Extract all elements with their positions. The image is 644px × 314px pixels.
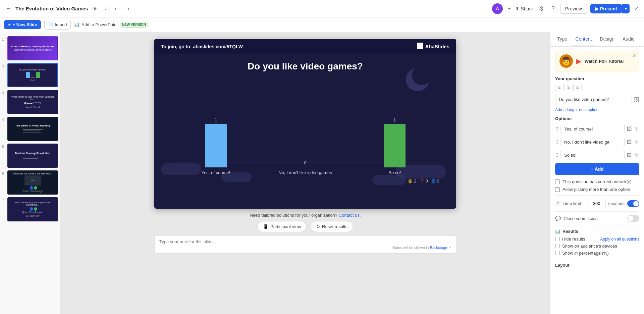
present-button[interactable]: ▶ Present [590, 4, 622, 13]
slide-item[interactable]: 7 Which technology has significantly tra… [0, 196, 60, 223]
slide-item[interactable]: 1 Pixel to Reality: Gaming Evolution Dis… [0, 35, 60, 62]
tutorial-text[interactable]: Watch Poll Tutorial [585, 59, 624, 64]
thumb-line [23, 129, 43, 130]
add-member-button[interactable]: + [506, 5, 512, 12]
time-input[interactable] [588, 199, 606, 208]
avatar: A [492, 3, 503, 14]
expand-button[interactable]: ⤢ [633, 4, 640, 13]
help-button[interactable]: ? [549, 4, 557, 13]
option-input-2[interactable] [560, 137, 625, 147]
question-input[interactable] [555, 94, 632, 105]
show-audience-checkbox[interactable] [555, 244, 559, 248]
slide-header: To join, go to: ahaslides.com/5TQLW 🅰 Ah… [154, 39, 456, 54]
redo-button[interactable]: ↪ [123, 5, 131, 13]
eye-icon[interactable]: 👁 [91, 5, 99, 13]
ahaslides-logo: 🅰 AhaSlides [417, 43, 449, 50]
delete-option-button[interactable]: 🗑 [634, 126, 639, 132]
new-slide-button[interactable]: + + New Slide [4, 20, 41, 29]
apply-all-link[interactable]: Apply on all questions [600, 237, 639, 242]
multiple-options-checkbox-row: Allow picking more than one option [555, 187, 639, 192]
logo-icon: 🅰 [417, 43, 423, 50]
option-input-1[interactable] [560, 124, 625, 134]
topbar: ← The Evolution of Video Games 👁 ✓ ↩ ↪ A… [0, 0, 644, 17]
hide-results-checkbox[interactable] [555, 237, 559, 241]
panel-content: 👨 ▶ Watch Poll Tutorial ✕ Your question … [550, 47, 644, 314]
time-limit-toggle[interactable] [627, 200, 639, 207]
action-buttons: 📱 Participant view ↻ Reset results [250, 221, 361, 232]
drag-handle-icon[interactable]: ⠿ [555, 126, 558, 132]
backstage-link[interactable]: Backstage [430, 246, 447, 250]
drag-handle-icon[interactable]: ⠿ [555, 140, 558, 145]
slide-thumb-inner: Which technology has significantly trans… [8, 198, 57, 221]
settings-button[interactable]: ⚙ [537, 4, 546, 14]
option-input-3[interactable] [560, 150, 625, 160]
slide-thumb-inner: Pixel to Reality: Gaming Evolution Disco… [8, 37, 57, 60]
correct-answer-checkbox-row: This question has correct answer(s) [555, 179, 639, 184]
reset-results-button[interactable]: ↻ Reset results [311, 221, 353, 232]
tab-content[interactable]: Content [572, 32, 595, 46]
question-input-row: 🖼 [555, 94, 639, 105]
participant-view-button[interactable]: 📱 Participant view [257, 221, 307, 232]
bar-value: 1 [215, 117, 217, 122]
slide-item[interactable]: 4 The Dawn of Video Gaming [0, 115, 60, 142]
image-icon[interactable]: 🖼 [627, 152, 632, 158]
tab-design[interactable]: Design [596, 32, 618, 46]
delete-option-button[interactable]: 🗑 [634, 152, 639, 158]
add-description-link[interactable]: Add a longer description [555, 107, 598, 112]
close-submission-row: 💬 Close submission [555, 215, 639, 222]
show-percentage-checkbox[interactable] [555, 251, 559, 255]
close-tutorial-button[interactable]: ✕ [632, 53, 636, 58]
notes-input[interactable] [159, 239, 451, 244]
thumb-dots [29, 186, 37, 190]
image-icon[interactable]: 🖼 [634, 97, 639, 103]
add-option-button[interactable]: + Add [555, 163, 639, 175]
drag-handle-icon[interactable]: ⠿ [555, 153, 558, 158]
align-center-button[interactable]: ≡ [564, 84, 573, 91]
present-dropdown[interactable]: ▾ [622, 4, 630, 13]
slide-thumbnail: What comes to your mind when you hear th… [7, 90, 58, 114]
tab-audio[interactable]: Audio [619, 32, 638, 46]
thumb-bars [26, 72, 40, 78]
align-left-button[interactable]: ≡ [555, 84, 564, 91]
align-right-button[interactable]: ≡ [573, 84, 582, 91]
bar-label: So so! [388, 170, 401, 176]
contact-link[interactable]: Contact us. [339, 213, 361, 218]
thumb-word: Game [24, 102, 33, 105]
correct-answer-checkbox[interactable] [555, 179, 560, 184]
image-icon[interactable]: 🖼 [627, 126, 632, 132]
image-icon[interactable]: 🖼 [627, 139, 632, 145]
divider [555, 225, 639, 225]
preview-button[interactable]: Preview [560, 4, 587, 14]
thumb-title: Modern Gaming Revolution [15, 152, 50, 155]
slide-item[interactable]: 3 What comes to your mind when you hear … [0, 89, 60, 115]
thumb-line [23, 157, 43, 157]
slide-item[interactable]: 5 Modern Gaming Revolution [0, 142, 60, 169]
hide-results-row: Hide results Apply on all questions [555, 237, 639, 242]
bar-group: 0 No, I don't like video games [261, 82, 350, 176]
reset-icon: ↻ [316, 224, 320, 229]
back-button[interactable]: ← [4, 4, 13, 13]
delete-option-button[interactable]: 🗑 [634, 139, 639, 145]
person-icon: 👤 [431, 178, 436, 184]
import-button[interactable]: 📄 Import [44, 20, 71, 30]
hide-results-label: Hide results [562, 237, 585, 242]
multiple-options-checkbox[interactable] [555, 187, 560, 192]
share-button[interactable]: ⬆ Share [515, 6, 533, 11]
check-icon[interactable]: ✓ [102, 5, 110, 13]
add-to-powerpoint-button[interactable]: 📊 Add to PowerPoint NEW VERSION [74, 22, 148, 28]
tutorial-banner: 👨 ▶ Watch Poll Tutorial ✕ [555, 51, 639, 71]
slide-thumb-inner: Do you like video games? Poll [8, 64, 57, 87]
play-icon[interactable]: ▶ [576, 57, 581, 65]
thumb-word: Fun [33, 102, 37, 105]
layout-label: Layout [555, 263, 639, 268]
slide-thumb-inner: What was the name of the first wide... 🎮… [8, 171, 57, 194]
close-submission-toggle[interactable] [627, 215, 639, 222]
slide-item[interactable]: 2 Do you like video games? Poll [0, 62, 60, 89]
slide-thumbnail: Do you like video games? Poll [7, 63, 58, 87]
join-text: To join, go to: ahaslides.com/5TQLW [161, 44, 243, 49]
tab-type[interactable]: Type [554, 32, 571, 46]
undo-button[interactable]: ↩ [113, 5, 121, 13]
slide-number: 7 [2, 197, 6, 202]
thumb-sub: Quiz: Pick Image [22, 190, 43, 193]
slide-item[interactable]: 6 What was the name of the first wide...… [0, 169, 60, 196]
